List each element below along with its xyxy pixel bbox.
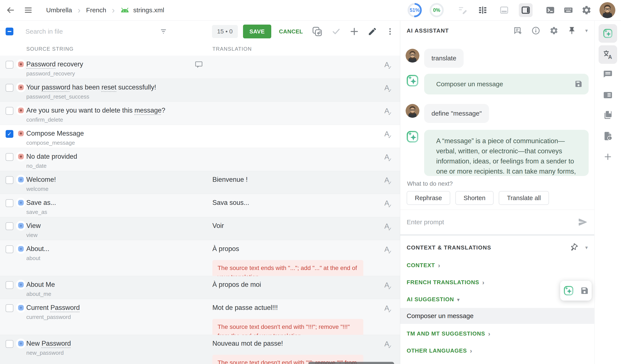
row-checkbox[interactable]	[6, 84, 13, 92]
row-checkbox[interactable]	[6, 340, 13, 348]
ai-settings-gear-icon[interactable]	[550, 26, 558, 35]
rail-glossary-icon[interactable]	[599, 106, 617, 124]
table-row[interactable]: About Meabout_meÀ propos de moiA✓	[0, 276, 400, 299]
keyboard-icon[interactable]	[563, 5, 574, 15]
source-string-text[interactable]: New Password	[26, 339, 194, 348]
translation-text[interactable]: Bienvenue !	[212, 175, 378, 184]
info-icon[interactable]	[531, 26, 540, 35]
table-row[interactable]: Password recoverypassword_recoveryA✓	[0, 56, 400, 79]
ai-sparkle-icon[interactable]	[563, 285, 574, 296]
table-row[interactable]: New Passwordnew_passwordNouveau mot de p…	[0, 335, 400, 364]
source-string-text[interactable]: View	[26, 222, 194, 230]
send-icon[interactable]	[578, 217, 588, 227]
select-all-checkbox[interactable]	[6, 28, 13, 35]
row-checkbox[interactable]	[6, 61, 13, 69]
translation-text[interactable]: Mot de passe actuel!!!	[212, 303, 378, 312]
prompt-input[interactable]	[407, 218, 578, 226]
pin-icon[interactable]	[568, 26, 576, 35]
ai-suggestion-row[interactable]: Composer un message	[400, 308, 594, 324]
user-avatar[interactable]	[599, 2, 615, 18]
approve-check-icon[interactable]	[331, 27, 341, 36]
row-checkbox[interactable]	[6, 130, 13, 138]
search-input[interactable]	[25, 28, 133, 35]
row-checkbox[interactable]	[6, 107, 13, 115]
approve-translation-icon[interactable]: A✓	[384, 84, 393, 94]
collapse-caret-icon[interactable]	[585, 28, 588, 34]
translation-text[interactable]: Sava sous...	[212, 198, 378, 207]
table-row[interactable]: Are you sure you want to delete this mes…	[0, 102, 400, 125]
source-string-text[interactable]: About...	[26, 244, 194, 253]
source-string-text[interactable]: Welcome!	[26, 175, 194, 184]
approve-translation-icon[interactable]: A✓	[384, 153, 393, 163]
source-string-text[interactable]: Your password has been reset successfull…	[26, 83, 194, 92]
table-row[interactable]: Your password has been reset successfull…	[0, 79, 400, 102]
save-reply-icon[interactable]	[574, 80, 583, 90]
rail-file-info-icon[interactable]	[599, 127, 617, 145]
approve-translation-icon[interactable]: A✓	[384, 176, 393, 186]
filter-icon[interactable]	[159, 27, 168, 36]
source-string-text[interactable]: Are you sure you want to delete this mes…	[26, 106, 194, 115]
edit-pencil-icon[interactable]	[368, 27, 377, 36]
add-string-icon[interactable]	[349, 27, 359, 36]
source-string-text[interactable]: Save as...	[26, 198, 194, 207]
table-row[interactable]: No date providedno_dateA✓	[0, 148, 400, 171]
row-checkbox[interactable]	[6, 153, 13, 161]
save-button[interactable]: SAVE	[243, 25, 271, 38]
source-string-text[interactable]: Current Password	[26, 303, 194, 312]
source-string-text[interactable]: Compose Message	[26, 129, 194, 138]
approve-translation-icon[interactable]: A✓	[384, 304, 393, 314]
source-string-text[interactable]: About Me	[26, 280, 194, 289]
table-row[interactable]: ViewviewVoirA✓	[0, 217, 400, 240]
new-conversation-icon[interactable]	[513, 26, 522, 35]
collapse-caret-icon[interactable]	[585, 244, 588, 251]
section-tm-and-mt-suggestions[interactable]: TM AND MT SUGGESTIONS	[407, 330, 588, 337]
more-options-icon[interactable]	[386, 27, 394, 36]
source-string-text[interactable]: Password recovery	[26, 60, 194, 69]
comment-icon[interactable]	[194, 60, 203, 69]
unpin-icon[interactable]	[570, 243, 578, 252]
table-row[interactable]: Current Passwordcurrent_passwordMot de p…	[0, 299, 400, 335]
copy-source-icon[interactable]	[311, 26, 323, 37]
side-by-side-view-icon[interactable]	[476, 3, 489, 17]
rail-translate-icon[interactable]: A	[599, 45, 617, 64]
right-panel-view-icon[interactable]	[519, 3, 533, 17]
rail-add-panel-icon[interactable]	[599, 147, 617, 166]
row-checkbox[interactable]	[6, 176, 13, 184]
quick-action-rephrase[interactable]: Rephrase	[407, 191, 450, 205]
row-checkbox[interactable]	[6, 199, 13, 207]
table-row[interactable]: About...aboutÀ proposThe source text end…	[0, 240, 400, 276]
table-row[interactable]: Save as...save_asSava sous...A✓	[0, 194, 400, 217]
approve-translation-icon[interactable]: A✓	[384, 130, 393, 140]
breadcrumb-language[interactable]: French	[86, 6, 106, 14]
table-row[interactable]: Welcome!welcomeBienvenue !A✓	[0, 171, 400, 194]
bottom-panel-view-icon[interactable]	[497, 3, 511, 17]
approve-translation-icon[interactable]: A✓	[384, 60, 393, 71]
row-checkbox[interactable]	[6, 245, 13, 253]
approve-translation-icon[interactable]: A✓	[384, 245, 393, 255]
console-icon[interactable]	[545, 5, 555, 15]
approve-translation-icon[interactable]: A✓	[384, 340, 393, 350]
row-checkbox[interactable]	[6, 281, 13, 289]
translation-text[interactable]: Voir	[212, 222, 378, 230]
translation-text[interactable]: À propos	[212, 244, 378, 253]
quick-action-translate-all[interactable]: Translate all	[499, 191, 549, 205]
menu-icon[interactable]	[24, 6, 33, 15]
approve-translation-icon[interactable]: A✓	[384, 106, 393, 117]
approve-translation-icon[interactable]: A✓	[384, 199, 393, 209]
translation-text[interactable]: À propos de moi	[212, 280, 378, 289]
save-suggestion-icon[interactable]	[580, 286, 589, 295]
settings-gear-icon[interactable]	[581, 5, 592, 15]
row-checkbox[interactable]	[6, 304, 13, 312]
approved-progress-ring[interactable]: 0%	[430, 3, 444, 17]
section-context[interactable]: CONTEXT	[407, 262, 588, 269]
back-icon[interactable]	[6, 5, 15, 15]
breadcrumb-project[interactable]: Umbrella	[46, 6, 72, 14]
quick-action-shorten[interactable]: Shorten	[455, 191, 494, 205]
rail-comments-icon[interactable]	[599, 66, 617, 84]
row-checkbox[interactable]	[6, 222, 13, 230]
cancel-button[interactable]: CANCEL	[279, 28, 303, 35]
translation-text[interactable]: Nouveau mot de passe!	[212, 339, 378, 348]
section-other-languages[interactable]: OTHER LANGUAGES	[407, 347, 588, 354]
source-string-text[interactable]: No date provided	[26, 152, 194, 161]
table-row[interactable]: Compose Messagecompose_messageA✓	[0, 125, 400, 148]
